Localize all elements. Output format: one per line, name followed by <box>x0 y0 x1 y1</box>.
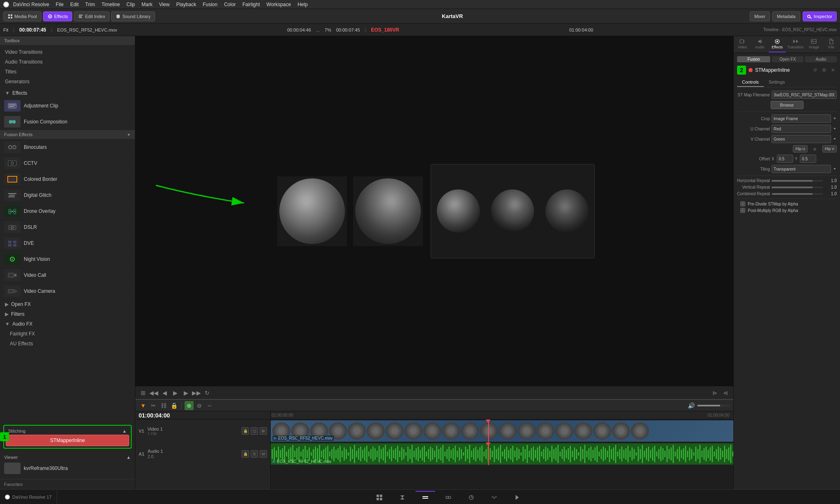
menu-item-edit[interactable]: Edit <box>70 2 79 7</box>
bottom-tab-color[interactable] <box>461 491 481 503</box>
bottom-tab-media[interactable] <box>370 491 389 503</box>
a1-solo-btn[interactable]: M <box>260 450 267 458</box>
video-clip[interactable]: ⊳ EOS_RSC_RF52_HEVC.mov <box>271 420 733 442</box>
a1-lock-btn[interactable]: 🔒 <box>242 450 249 458</box>
pre-divide-checkbox[interactable]: ✓ <box>740 201 745 206</box>
view-mode-btn[interactable]: ⊞ <box>139 388 148 397</box>
volume-btn[interactable]: 🔊 <box>687 401 696 410</box>
node-reset-btn[interactable]: ↺ <box>811 66 819 74</box>
timeline-select-btn[interactable]: ▼ <box>139 401 148 410</box>
fusion-effects-header[interactable]: Fusion Effects ▼ <box>0 130 135 139</box>
effect-night-vision[interactable]: Night Vision <box>0 251 135 267</box>
bottom-tab-edit[interactable] <box>415 491 435 503</box>
v1-link-btn[interactable]: ⊞ <box>260 427 267 435</box>
open-fx-group[interactable]: ▶ Open FX <box>0 299 135 309</box>
bottom-tab-deliver[interactable] <box>507 491 527 503</box>
menu-item-file[interactable]: File <box>56 2 64 7</box>
inspector-tab-audio[interactable]: Audio <box>751 36 768 52</box>
post-multiply-checkbox[interactable]: ✓ <box>740 208 745 213</box>
metadata-button[interactable]: Metadata <box>772 11 800 21</box>
effect-binoculars[interactable]: Binoculars <box>0 139 135 155</box>
offset-y-input[interactable] <box>800 155 816 163</box>
effect-item-fusion[interactable]: Fusion Composition <box>0 114 135 130</box>
v1-lock-btn[interactable]: 🔒 <box>242 427 249 435</box>
zoom-fit-btn[interactable]: ↔ <box>205 401 214 410</box>
audio-fx-group[interactable]: ▼ Audio FX <box>0 319 135 329</box>
browse-button[interactable]: Browse <box>771 101 803 109</box>
settings-tab[interactable]: Settings <box>764 78 790 87</box>
menu-item-timeline[interactable]: Timeline <box>101 2 120 7</box>
effect-cctv[interactable]: CCTV <box>0 155 135 171</box>
nav-back-btn[interactable]: ◀ <box>160 388 169 397</box>
v-channel-select[interactable]: Green <box>772 135 831 143</box>
fit-dropdown[interactable]: Fit <box>3 27 8 32</box>
node-settings-btn[interactable]: ⚙ <box>820 66 828 74</box>
v-repeat-slider[interactable] <box>772 187 823 188</box>
stmapper-inline-item[interactable]: STMapperInline <box>6 435 129 446</box>
zoom-out-btn[interactable]: ⊖ <box>195 401 204 410</box>
inspector-button[interactable]: Inspector <box>803 11 837 21</box>
bottom-tab-fairlight[interactable] <box>484 491 504 503</box>
effects-button[interactable]: Effects <box>43 11 72 21</box>
edit-index-button[interactable]: Edit Index <box>74 11 110 21</box>
nav-prev-btn[interactable]: ◀◀ <box>149 388 158 397</box>
menu-item-trim[interactable]: Trim <box>85 2 95 7</box>
u-channel-select[interactable]: Red <box>772 125 831 133</box>
timeline-link-btn[interactable]: ⛓ <box>159 401 168 410</box>
a1-mute-btn[interactable]: S <box>251 450 258 458</box>
bottom-tab-cut[interactable] <box>393 491 412 503</box>
c-repeat-slider[interactable] <box>772 193 823 195</box>
effect-dslr[interactable]: DSLR <box>0 219 135 235</box>
bottom-tab-fusion[interactable] <box>438 491 458 503</box>
h-repeat-slider[interactable] <box>772 180 823 182</box>
menu-item-playback[interactable]: Playback <box>176 2 196 7</box>
au-effects-item[interactable]: AU Effects <box>0 339 135 349</box>
fairlight-fx-item[interactable]: Fairlight FX <box>0 329 135 339</box>
menu-item-fusion[interactable]: Fusion <box>203 2 217 7</box>
menu-item-clip[interactable]: Clip <box>126 2 135 7</box>
toolbox-item-audio-transitions[interactable]: Audio Transitions <box>0 57 135 67</box>
node-delete-btn[interactable]: ✕ <box>829 66 837 74</box>
effect-video-call[interactable]: Video Call <box>0 267 135 283</box>
loop-btn[interactable]: ↻ <box>203 388 212 397</box>
nav-fwd-btn[interactable]: ▶ <box>181 388 190 397</box>
sound-library-button[interactable]: Sound Library <box>111 11 155 21</box>
toolbox-item-video-transitions[interactable]: Video Transitions <box>0 47 135 57</box>
v1-eye-btn[interactable]: ◻ <box>251 427 258 435</box>
flip-u-btn[interactable]: Flip U <box>793 145 808 153</box>
inspector-tab-image[interactable]: Image <box>805 36 822 52</box>
tiling-select[interactable]: Transparent <box>772 165 831 173</box>
menu-item-help[interactable]: Help <box>297 2 308 7</box>
media-pool-button[interactable]: Media Pool <box>3 11 41 21</box>
menu-item-color[interactable]: Color <box>224 2 236 7</box>
crop-select[interactable]: Image Frame <box>772 114 831 123</box>
effect-digital-glitch[interactable]: Digital Glitch <box>0 187 135 203</box>
nav-next-btn[interactable]: ▶▶ <box>192 388 201 397</box>
effect-drone-overlay[interactable]: Drone Overlay <box>0 203 135 219</box>
menu-item-app[interactable]: DaVinci Resolve <box>13 2 49 7</box>
toolbox-item-generators[interactable]: Generators <box>0 77 135 87</box>
inspector-tab-effects[interactable]: Effects <box>769 36 786 52</box>
inspector-tab-video[interactable]: Video <box>734 36 751 52</box>
mixer-button[interactable]: Mixer <box>750 11 770 21</box>
audio-clip[interactable]: ⊳ EOS_RSC_RF52_HEVC.mov <box>271 443 733 465</box>
timeline-lock-btn[interactable]: 🔒 <box>169 401 178 410</box>
effects-group[interactable]: ▼ Effects <box>0 88 135 98</box>
open-fx-pill[interactable]: Open FX <box>772 56 803 62</box>
menu-item-workspace[interactable]: Workspace <box>267 2 291 7</box>
volume-slider[interactable] <box>697 405 730 406</box>
menu-item-fairlight[interactable]: Fairlight <box>242 2 260 7</box>
mark-out-btn[interactable]: ⊲ <box>721 388 730 397</box>
flip-v-btn[interactable]: Flip V <box>822 145 837 153</box>
effect-dve[interactable]: DVE <box>0 235 135 251</box>
viewer-item[interactable]: kvrReframe360Ultra <box>2 461 133 476</box>
a1-track[interactable]: ⊳ EOS_RSC_RF52_HEVC.mov <box>271 442 733 465</box>
menu-item-mark[interactable]: Mark <box>142 2 153 7</box>
effect-video-camera[interactable]: Video Camera <box>0 283 135 299</box>
offset-x-input[interactable] <box>777 155 793 163</box>
audio-pill[interactable]: Audio <box>805 56 837 62</box>
controls-tab[interactable]: Controls <box>737 78 764 87</box>
menu-item-view[interactable]: View <box>159 2 170 7</box>
play-btn[interactable]: ▶ <box>171 388 180 397</box>
st-map-filename-input[interactable] <box>772 91 837 99</box>
